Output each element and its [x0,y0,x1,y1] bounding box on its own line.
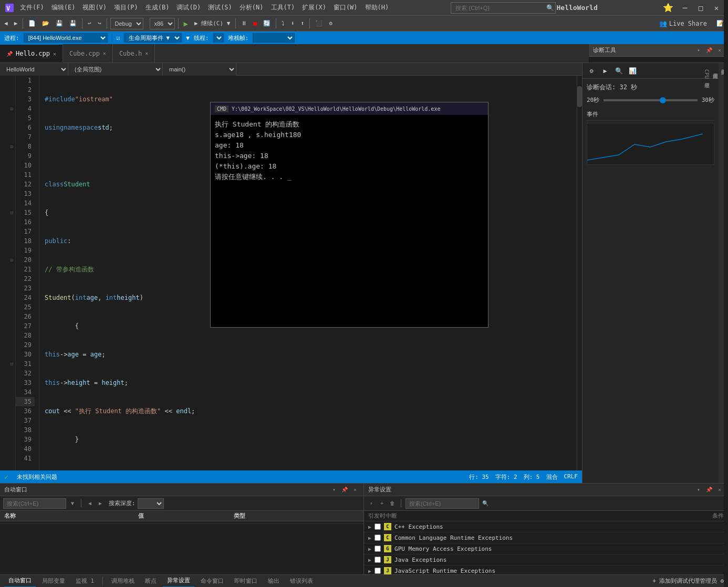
menu-file[interactable]: 文件(F) [17,2,47,13]
toolbar-restart-btn[interactable]: 🔄 [261,19,273,28]
tab-hello-cpp-close[interactable]: ✕ [53,51,56,57]
toolbar-new-file-btn[interactable]: 📄 [26,19,38,28]
exception-checkbox-4[interactable] [375,568,381,574]
tab-hello-cpp[interactable]: 📌 Hello.cpp ✕ [0,44,63,62]
thread-dropdown[interactable] [213,33,224,43]
exception-item-2[interactable]: ▶ G GPU Memory Access Exceptions [364,543,728,554]
diag-search-btn[interactable]: 🔍 [613,65,625,77]
menu-debug[interactable]: 调试(D) [173,2,204,13]
toolbar-step-over-btn[interactable]: ⤵ [279,19,287,28]
auto-window-search-options[interactable]: ▼ [68,499,77,508]
tab-cube-cpp-close[interactable]: ✕ [103,50,106,56]
toolbar-continue-btn[interactable]: ▶ 继续(C) ▼ [192,18,232,28]
tab-cube-h[interactable]: Cube.h ✕ [113,44,155,62]
auto-window-search[interactable] [3,498,66,509]
menu-window[interactable]: 窗口(W) [330,2,361,13]
menu-analyze[interactable]: 分析(N) [236,2,267,13]
toolbar-save-all-btn[interactable]: 💾 [67,19,79,28]
platform-dropdown[interactable]: x86 [150,18,175,29]
expand-btn-1[interactable]: ▶ [368,535,371,541]
diag-slider-track[interactable] [604,99,698,101]
minimize-button[interactable]: ─ [678,1,692,15]
bottom-tab-call-stack[interactable]: 调用堆栈 [107,575,139,588]
exception-close[interactable]: ✕ [715,486,724,494]
bottom-tab-command[interactable]: 命令窗口 [196,575,228,588]
maximize-button[interactable]: □ [693,1,708,15]
expand-btn-3[interactable]: ▶ [368,557,371,563]
toolbar-redo-btn[interactable]: ↪ [96,19,103,28]
diag-settings-btn[interactable]: ⚙ [586,65,597,77]
exception-chevron[interactable]: ▾ [694,486,703,494]
code-editor[interactable]: ⊟ ⊟ ⊟ ⊟ ⊟ [0,76,582,470]
toolbar-back-btn[interactable]: ◀ [2,19,10,28]
bottom-tab-watch1[interactable]: 监视 1 [71,575,98,588]
menu-tools[interactable]: 工具(T) [268,2,298,13]
exception-pin[interactable]: 📌 [705,486,713,494]
toolbar-breakpoint-btn[interactable]: ⬛ [313,19,325,28]
expand-btn-4[interactable]: ▶ [368,568,371,574]
menu-build[interactable]: 生成(B) [142,2,173,13]
expand-btn-2[interactable]: ▶ [368,546,371,552]
auto-window-pin[interactable]: 📌 [340,486,349,494]
scrollbar-thumb[interactable] [577,86,582,107]
menu-extensions[interactable]: 扩展(X) [299,2,329,13]
expand-btn-0[interactable]: ▶ [368,524,371,530]
exception-add-btn[interactable]: + [378,499,386,508]
toolbar-step-into-btn[interactable]: ⬇ [289,19,297,28]
title-search-input[interactable] [451,2,556,14]
lifecycle-dropdown[interactable]: 生命周期事件 ▼ [124,33,182,43]
menu-test[interactable]: 测试(S) [205,2,235,13]
bottom-tab-exception[interactable]: 异常设置 [163,575,194,588]
exception-checkbox-1[interactable] [375,534,381,541]
auto-window-chevron[interactable]: ▾ [330,486,338,494]
menu-view[interactable]: 视图(V) [79,2,110,13]
exception-item-3[interactable]: ▶ J Java Exceptions [364,554,728,565]
toolbar-save-btn[interactable]: 💾 [54,19,65,28]
bottom-tab-auto-window[interactable]: 自动窗口 [4,575,36,588]
exception-item-0[interactable]: ▶ C C++ Exceptions [364,521,728,532]
function-dropdown[interactable]: main() [163,63,236,76]
bottom-tab-immediate[interactable]: 即时窗口 [230,575,262,588]
process-dropdown[interactable]: [844] HelloWorld.exe [24,33,108,43]
close-button[interactable]: ✕ [709,1,724,15]
diag-pin-btn[interactable]: 📌 [705,46,713,55]
exception-filter-btn[interactable]: ⚡ [367,499,376,508]
exception-checkbox-0[interactable] [375,523,381,530]
exception-item-4[interactable]: ▶ J JavaScript Runtime Exceptions [364,565,728,574]
debug-mode-dropdown[interactable]: Debug [110,18,143,29]
menu-edit[interactable]: 编辑(E) [48,2,79,13]
toolbar-undo-btn[interactable]: ↩ [86,19,93,28]
class-dropdown[interactable]: HelloWorld [0,63,68,76]
tab-cube-cpp[interactable]: Cube.cpp ✕ [63,44,113,62]
search-depth-dropdown[interactable] [138,498,164,509]
auto-window-back[interactable]: ◀ [86,499,94,508]
bottom-tab-breakpoints[interactable]: 断点 [141,575,161,588]
exception-search-btn[interactable]: 🔍 [481,499,490,508]
auto-window-forward[interactable]: ▶ [96,499,105,508]
diag-close-btn[interactable]: ✕ [715,46,724,55]
menu-help[interactable]: 帮助(H) [362,2,392,13]
toolbar-forward-btn[interactable]: ▶ [12,19,20,28]
menu-project[interactable]: 项目(P) [111,2,141,13]
diag-slider-thumb[interactable] [660,97,666,103]
toolbar-open-btn[interactable]: 📂 [40,19,51,28]
live-share-button[interactable]: 👥 Live Share [656,19,710,28]
exception-checkbox-2[interactable] [375,546,381,552]
diag-chart-btn[interactable]: 📊 [627,65,638,77]
exception-item-1[interactable]: ▶ C Common Language Runtime Exceptions [364,532,728,543]
toolbar-step-out-btn[interactable]: ⬆ [299,19,307,28]
diag-chevron-btn[interactable]: ▾ [694,46,703,55]
toolbar-start-btn[interactable]: ▶ [182,18,190,29]
diag-record-btn[interactable]: ▶ [599,65,611,77]
bottom-tab-local-vars[interactable]: 局部变量 [38,575,69,588]
exception-scrollbar[interactable] [724,521,728,574]
exception-delete-btn[interactable]: 🗑 [388,499,397,508]
tab-cube-h-close[interactable]: ✕ [145,50,148,56]
exception-checkbox-3[interactable] [375,557,381,563]
scope-dropdown[interactable]: (全局范围) [68,63,163,76]
editor-scrollbar[interactable] [577,76,582,470]
toolbar-pause-btn[interactable]: ⏸ [239,19,249,28]
toolbar-stop-btn[interactable]: ■ [251,19,259,28]
bottom-tab-output[interactable]: 输出 [264,575,284,588]
stack-dropdown[interactable] [253,33,295,43]
